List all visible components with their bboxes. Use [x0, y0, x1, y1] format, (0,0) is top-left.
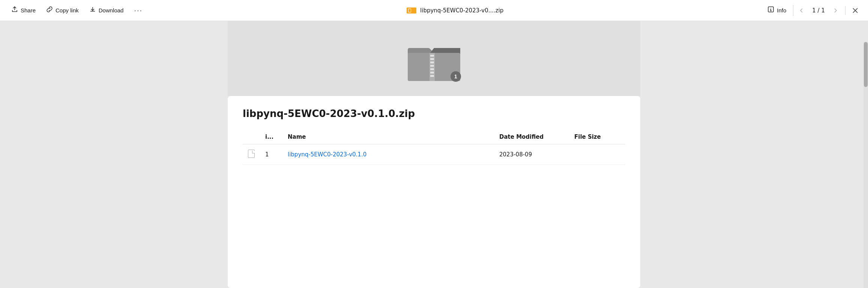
- svg-rect-9: [430, 62, 434, 63]
- svg-rect-7: [430, 55, 434, 57]
- svg-point-4: [770, 8, 771, 9]
- page-indicator: 1 / 1: [809, 7, 828, 14]
- svg-rect-2: [408, 9, 411, 12]
- download-label: Download: [99, 7, 124, 14]
- more-button[interactable]: ···: [129, 3, 148, 18]
- file-title-area: libpynq-5EWC0-2023-v0....zip: [148, 7, 762, 14]
- file-name-heading: libpynq-5EWC0-2023-v0.1.0.zip: [243, 108, 625, 119]
- share-button[interactable]: Share: [6, 3, 41, 18]
- file-title-text: libpynq-5EWC0-2023-v0....zip: [420, 7, 503, 14]
- prev-button[interactable]: [795, 4, 808, 17]
- download-icon: [89, 6, 96, 15]
- share-label: Share: [21, 7, 36, 14]
- copy-link-label: Copy link: [56, 7, 79, 14]
- scrollbar-track[interactable]: [863, 42, 868, 288]
- close-button[interactable]: [848, 4, 862, 17]
- svg-text:1: 1: [454, 74, 457, 80]
- table-row: 1 libpynq-5EWC0-2023-v0.1.0 2023-08-09: [243, 144, 625, 165]
- svg-rect-0: [407, 8, 416, 14]
- file-date: 2023-08-09: [494, 144, 569, 165]
- file-size: [569, 144, 625, 165]
- toolbar: Share Copy link Download ···: [0, 0, 868, 21]
- zip-folder-icon: 1: [400, 36, 468, 85]
- zip-badge-icon: [407, 7, 416, 14]
- download-button[interactable]: Download: [84, 3, 129, 18]
- col-size-header: File Size: [569, 130, 625, 144]
- file-index: 1: [260, 144, 282, 165]
- svg-rect-8: [430, 58, 434, 60]
- copy-link-button[interactable]: Copy link: [41, 3, 84, 18]
- file-card: libpynq-5EWC0-2023-v0.1.0.zip i... Name …: [228, 96, 640, 288]
- svg-rect-12: [430, 72, 434, 74]
- file-doc-icon: [243, 144, 260, 165]
- info-button[interactable]: Info: [762, 3, 791, 18]
- col-icon-header: [243, 130, 260, 144]
- svg-rect-10: [430, 65, 434, 67]
- col-index-header: i...: [260, 130, 282, 144]
- svg-rect-13: [430, 75, 434, 77]
- table-header-row: i... Name Date Modified File Size: [243, 130, 625, 144]
- zip-preview: 1: [228, 21, 640, 96]
- nav-controls: 1 / 1: [795, 4, 862, 17]
- main-content: 1 libpynq-5EWC0-2023-v0.1.0.zip i... Nam…: [0, 21, 868, 288]
- toolbar-divider-1: [793, 5, 793, 16]
- col-date-header: Date Modified: [494, 130, 569, 144]
- col-name-header: Name: [282, 130, 494, 144]
- panel-wrapper: 1 libpynq-5EWC0-2023-v0.1.0.zip i... Nam…: [228, 21, 640, 288]
- more-label: ···: [134, 6, 143, 15]
- scrollbar-thumb[interactable]: [864, 42, 868, 87]
- nav-divider: [845, 6, 845, 15]
- file-name-link[interactable]: libpynq-5EWC0-2023-v0.1.0: [288, 151, 366, 158]
- svg-rect-11: [430, 68, 434, 70]
- copy-link-icon: [46, 6, 53, 15]
- share-icon: [11, 6, 18, 15]
- file-table: i... Name Date Modified File Size 1 libp…: [243, 130, 625, 165]
- info-label: Info: [777, 7, 786, 14]
- file-name-cell: libpynq-5EWC0-2023-v0.1.0: [282, 144, 494, 165]
- next-button[interactable]: [829, 4, 842, 17]
- info-icon: [767, 6, 774, 15]
